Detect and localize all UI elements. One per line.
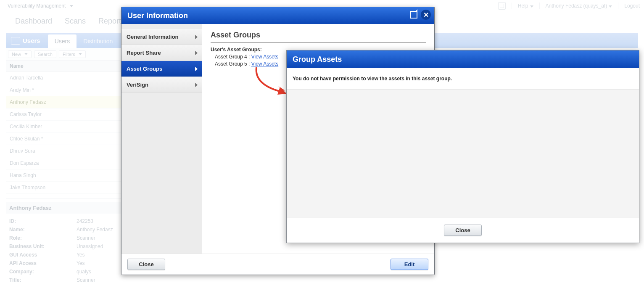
sidebar-item[interactable]: Report Share: [121, 45, 202, 61]
chevron-down-icon: [70, 5, 73, 7]
asset-group-label: Asset Group 4 :: [215, 54, 251, 60]
detail-key: ID:: [9, 218, 77, 224]
dialog-title-text: Group Assets: [293, 55, 342, 64]
nav-scans[interactable]: Scans: [65, 17, 86, 26]
chevron-right-icon: [195, 51, 198, 55]
asset-group-label: Asset Group 5 :: [215, 61, 251, 67]
current-user-link[interactable]: Anthony Fedasz (quays_af): [546, 3, 612, 9]
chevron-down-icon: [609, 5, 612, 8]
dialog-body: You do not have permission to view the a…: [287, 68, 639, 217]
nav-dashboard[interactable]: Dashboard: [15, 17, 52, 26]
detail-value: Anthony Fedasz: [77, 227, 113, 233]
section-title: Users: [23, 37, 40, 44]
search-button[interactable]: Search: [34, 50, 56, 58]
chevron-right-icon: [195, 67, 198, 71]
chevron-down-icon: [79, 53, 82, 55]
detail-key: Name:: [9, 227, 77, 233]
sidebar-item[interactable]: Asset Groups: [121, 61, 202, 77]
chevron-right-icon: [195, 35, 198, 39]
detail-key: Role:: [9, 235, 77, 241]
app-selector[interactable]: Vulnerability Management: [4, 2, 77, 10]
view-assets-link[interactable]: View Assets: [251, 54, 278, 60]
close-icon[interactable]: ✕: [421, 10, 431, 20]
chevron-down-icon: [24, 53, 28, 55]
dialog-titlebar[interactable]: User Information ✕: [121, 7, 434, 24]
detail-key: API Access: [9, 260, 77, 266]
app-name-label: Vulnerability Management: [8, 3, 66, 9]
detail-value: Scanner: [77, 277, 95, 283]
new-button[interactable]: New: [8, 50, 32, 58]
permission-message: You do not have permission to view the a…: [287, 68, 639, 90]
detail-key: Company:: [9, 269, 77, 275]
view-assets-link[interactable]: View Assets: [251, 61, 278, 67]
chevron-right-icon: [195, 83, 198, 87]
tab-distribution[interactable]: Distribution: [77, 34, 119, 48]
dialog-footer: Close Edit: [121, 254, 434, 275]
detail-value: Unassigned: [77, 243, 103, 249]
detail-key: GUI Access: [9, 252, 77, 258]
detail-value: Scanner: [77, 235, 95, 241]
dialog-titlebar[interactable]: Group Assets: [287, 50, 639, 68]
detail-key: Business Unit:: [9, 243, 77, 249]
dialog-footer: Close: [287, 217, 639, 243]
side-nav: General InformationReport ShareAsset Gro…: [121, 24, 202, 254]
detail-value: 242253: [77, 218, 93, 224]
content-heading: Asset Groups: [211, 31, 426, 40]
sidebar-item[interactable]: General Information: [121, 29, 202, 45]
filters-button[interactable]: Filters: [59, 50, 86, 58]
logout-link[interactable]: Logout: [624, 3, 640, 9]
dialog-title-text: User Information: [127, 11, 188, 20]
sidebar-item[interactable]: VeriSign: [121, 77, 202, 93]
popout-icon[interactable]: [410, 11, 417, 19]
detail-value: Yes: [77, 260, 85, 266]
detail-value: qualys: [77, 269, 91, 275]
detail-value: Yes: [77, 252, 85, 258]
detail-row: Title:Scanner: [6, 276, 638, 284]
users-icon: [11, 37, 20, 45]
tab-users[interactable]: Users: [48, 34, 77, 48]
close-button[interactable]: Close: [127, 259, 165, 270]
help-link[interactable]: Help: [518, 3, 533, 9]
group-assets-dialog: Group Assets You do not have permission …: [286, 50, 639, 243]
detail-key: Title:: [9, 277, 77, 283]
chevron-down-icon: [530, 5, 533, 8]
edit-button[interactable]: Edit: [391, 259, 428, 270]
close-button[interactable]: Close: [444, 225, 482, 236]
pin-icon[interactable]: [498, 2, 506, 10]
